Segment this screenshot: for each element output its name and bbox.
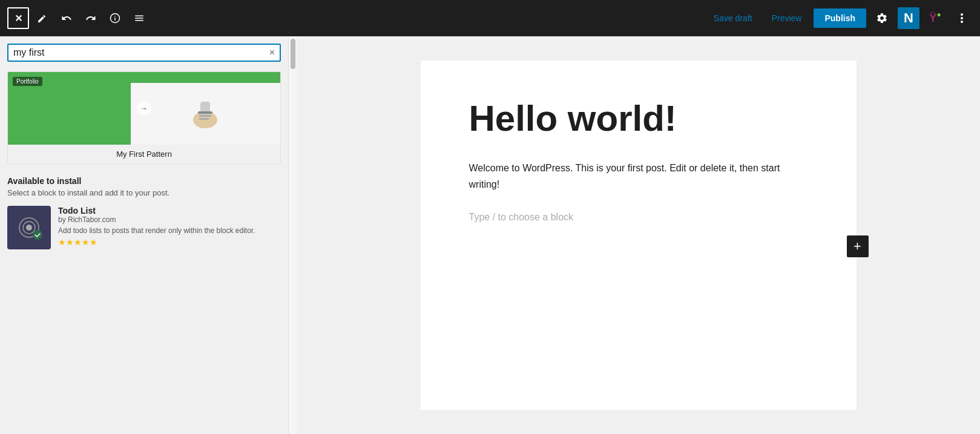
- preview-button[interactable]: Preview: [765, 10, 809, 27]
- svg-rect-4: [135, 18, 143, 19]
- available-section: Available to install Select a block to i…: [7, 174, 281, 252]
- block-placeholder[interactable]: Type / to choose a block: [469, 212, 808, 223]
- sidebar-content: × Portfolio: [0, 36, 288, 434]
- plugin-name: Todo List: [58, 206, 281, 215]
- plugin-author: by RichTabor.com: [58, 215, 281, 224]
- sidebar: × Portfolio: [0, 36, 297, 434]
- editor-content: Hello world! Welcome to WordPress. This …: [421, 61, 857, 410]
- plugin-item[interactable]: Todo List by RichTabor.com Add todo list…: [7, 206, 281, 249]
- svg-point-17: [26, 225, 32, 231]
- post-title[interactable]: Hello world!: [469, 97, 808, 140]
- editor-area[interactable]: Hello world! Welcome to WordPress. This …: [297, 36, 980, 434]
- undo-button[interactable]: [56, 7, 77, 29]
- pattern-name: My First Pattern: [8, 145, 280, 163]
- sidebar-scrollbar[interactable]: [288, 36, 297, 434]
- svg-rect-13: [199, 118, 209, 120]
- plugin-stars: ★★★★★: [58, 237, 281, 247]
- svg-point-6: [961, 13, 963, 16]
- sidebar-scrollbar-thumb: [291, 39, 295, 69]
- svg-point-18: [33, 230, 42, 240]
- svg-point-8: [961, 21, 963, 23]
- svg-rect-3: [135, 16, 143, 17]
- pattern-arrow-icon: →: [137, 101, 151, 116]
- post-body[interactable]: Welcome to WordPress. This is your first…: [469, 160, 808, 192]
- details-button[interactable]: [104, 7, 126, 29]
- menu-button[interactable]: [128, 7, 150, 29]
- plugin-icon: [7, 206, 51, 249]
- available-desc: Select a block to install and add it to …: [7, 188, 281, 197]
- plugin-desc: Add todo lists to posts that render only…: [58, 226, 281, 235]
- publish-button[interactable]: Publish: [814, 8, 866, 28]
- plugin-info: Todo List by RichTabor.com Add todo list…: [58, 206, 281, 247]
- pattern-thumbnail-image: [131, 83, 281, 145]
- pattern-card[interactable]: Portfolio → My First Patte: [7, 71, 281, 164]
- pattern-thumbnail-label: Portfolio: [13, 77, 42, 86]
- more-options-button[interactable]: [951, 7, 973, 29]
- toolbar: ✕: [0, 0, 980, 36]
- available-title: Available to install: [7, 176, 281, 186]
- svg-point-2: [114, 16, 116, 17]
- main-layout: × Portfolio: [0, 36, 980, 434]
- toolbar-right: Save draft Preview Publish N Ÿ●: [706, 7, 973, 29]
- pattern-thumbnail: Portfolio →: [8, 72, 280, 145]
- search-clear-button[interactable]: ×: [269, 47, 275, 58]
- svg-rect-5: [135, 20, 143, 21]
- toolbar-left: ✕: [7, 7, 150, 29]
- search-container: ×: [7, 44, 281, 62]
- search-input[interactable]: [13, 47, 269, 58]
- svg-rect-11: [198, 111, 212, 114]
- close-button[interactable]: ✕: [7, 7, 29, 29]
- save-draft-button[interactable]: Save draft: [706, 10, 760, 27]
- n-logo-button[interactable]: N: [898, 7, 919, 29]
- yoast-button[interactable]: Ÿ●: [924, 7, 946, 29]
- settings-button[interactable]: [871, 7, 893, 29]
- redo-button[interactable]: [80, 7, 102, 29]
- svg-rect-12: [199, 115, 211, 117]
- add-block-button[interactable]: +: [847, 235, 869, 257]
- edit-icon-button[interactable]: [31, 7, 53, 29]
- svg-point-7: [961, 17, 963, 19]
